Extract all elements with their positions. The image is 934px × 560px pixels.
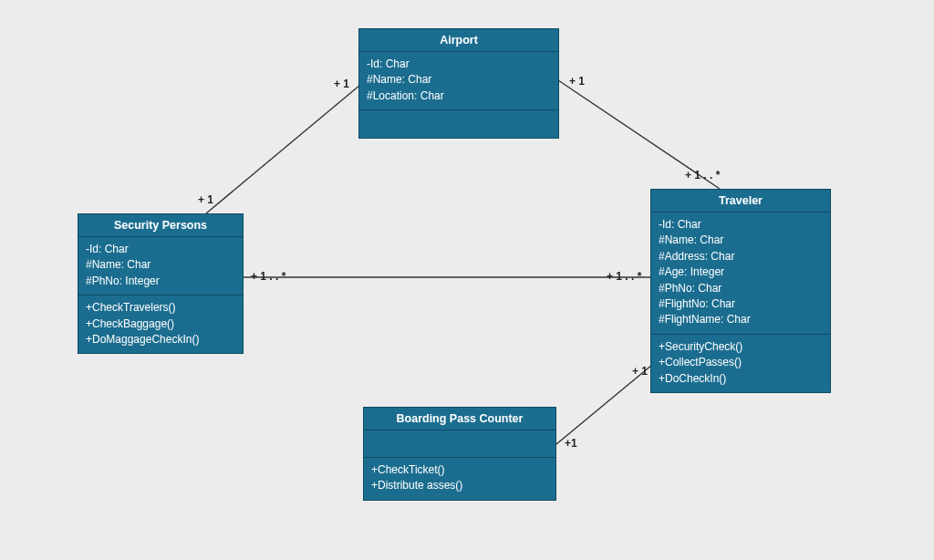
attr-row: #Address: Char [659,249,823,264]
class-airport[interactable]: Airport -Id: Char #Name: Char #Location:… [358,28,559,139]
class-security[interactable]: Security Persons -Id: Char #Name: Char #… [78,213,244,354]
uml-canvas: Airport -Id: Char #Name: Char #Location:… [0,0,934,560]
class-operations: +CheckTravelers() +CheckBaggage() +DoMag… [78,296,243,353]
op-row: +CollectPasses() [659,355,823,370]
class-attributes: -Id: Char #Name: Char #PhNo: Integer [78,237,243,296]
op-row: +DoMaggageCheckIn() [86,332,235,347]
class-title: Boarding Pass Counter [364,408,555,430]
class-boarding[interactable]: Boarding Pass Counter +CheckTicket() +Di… [363,407,556,501]
mult-board-trav-board: +1 [565,437,577,450]
op-row: +Distribute asses() [371,478,548,493]
class-title: Airport [359,29,558,52]
mult-sec-trav-trav: + 1 . . * [607,270,641,283]
class-title: Traveler [651,190,830,213]
edge-airport-security [206,85,360,213]
attr-row: #Name: Char [86,257,235,273]
attr-row: -Id: Char [659,217,823,233]
op-row: +CheckBaggage() [86,316,235,332]
op-row: +CheckTicket() [371,462,548,478]
class-operations: +SecurityCheck() +CollectPasses() +DoChe… [651,335,830,392]
mult-airport-sec-airport: + 1 [334,78,349,90]
attr-row: #Name: Char [659,233,823,248]
mult-sec-trav-sec: + 1 . . * [251,270,285,283]
attr-row: -Id: Char [367,57,551,72]
class-operations: +CheckTicket() +Distribute asses() [364,458,555,500]
class-attributes: -Id: Char #Name: Char #Address: Char #Ag… [651,213,830,335]
op-row: +CheckTravelers() [86,300,235,316]
attr-row: #FlightNo: Char [659,296,823,312]
attr-row: -Id: Char [86,242,235,257]
class-attributes: -Id: Char #Name: Char #Location: Char [359,52,558,110]
op-row: +SecurityCheck() [659,339,823,355]
class-operations [359,110,558,138]
class-title: Security Persons [78,214,243,237]
attr-row: #PhNo: Char [659,281,823,296]
attr-row: #Age: Integer [659,264,823,280]
attr-row: #Name: Char [367,72,551,88]
class-traveler[interactable]: Traveler -Id: Char #Name: Char #Address:… [650,189,831,393]
class-attributes [364,430,555,458]
mult-airport-trav-trav: + 1 . . * [685,169,720,181]
attr-row: #PhNo: Integer [86,274,235,289]
mult-airport-sec-sec: + 1 [198,193,213,206]
op-row: +DoCheckIn() [659,371,823,387]
attr-row: #Location: Char [367,88,551,104]
mult-airport-trav-airport: + 1 [569,75,585,88]
attr-row: #FlightName: Char [659,312,823,327]
mult-board-trav-trav: + 1 [632,365,648,378]
